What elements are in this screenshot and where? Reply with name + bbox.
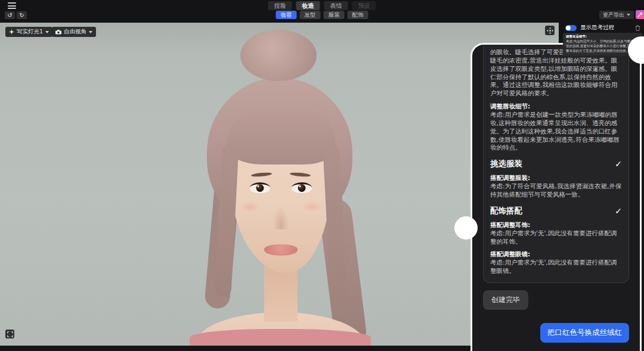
main-tab[interactable]: 预设: [352, 1, 376, 10]
thinking-heading: 搭配调整眼镜:: [490, 250, 622, 259]
move-glyph: [547, 27, 553, 34]
avatar-blush-right: [302, 201, 322, 212]
asset-export-button[interactable]: 资产导出: [599, 11, 634, 19]
redo-button[interactable]: ↻: [17, 11, 27, 19]
thinking-step-label: 配饰搭配: [490, 206, 522, 216]
thinking-step: 配饰搭配✓: [490, 206, 622, 216]
chevron-down-icon: [89, 31, 92, 33]
app-window: 捏脸妆造表情预设 ↺ ↻ 妆容发型服装配饰 资产导出: [0, 0, 644, 351]
avatar-clothing: [190, 329, 371, 346]
main-tab[interactable]: 捏脸: [268, 1, 292, 10]
thinking-content: 的眼妆。睫毛选择了可爱芭比类型,以增加上下睫毛的浓密度,营造出洋娃娃般的可爱效果…: [483, 45, 629, 283]
sub-tabs: 妆容发型服装配饰: [276, 11, 369, 19]
light-icon: [9, 29, 14, 35]
assistant-chat-drawer[interactable]: 的眼妆。睫毛选择了可爱芭比类型,以增加上下睫毛的浓密度,营造出洋娃娃般的可爱效果…: [470, 43, 642, 351]
trash-glyph: [635, 25, 640, 31]
chat-messages: 创建完毕 把口红色号换成丝绒红 正在根据需求修改数字人: 调整唇妆细节: [480, 283, 632, 351]
thinking-heading: 搭配调整服装:: [490, 174, 622, 182]
thinking-paragraph: 考虑:用户需求为'无',因此没有需要进行搭配调整的耳饰。: [490, 229, 622, 246]
lighting-selector-label: 写实灯光1: [17, 28, 43, 36]
drawer-resize-handle-left[interactable]: [454, 216, 478, 240]
sub-tab[interactable]: 服装: [324, 11, 345, 19]
avatar-lips: [264, 244, 298, 256]
trash-icon[interactable]: [635, 25, 640, 31]
show-thinking-toggle[interactable]: [565, 25, 577, 31]
avatar-bangs: [226, 110, 336, 164]
thinking-paragraph: 考虑:为了符合可爱风格,我选择贤淑连衣裙,并保持其他搭配细节与可爱风格一致。: [490, 182, 622, 199]
sub-tab[interactable]: 妆容: [276, 11, 297, 19]
avatar-eye-left: [250, 182, 270, 193]
camera-view-selector-label: 自由视角: [64, 28, 86, 36]
thinking-step: 挑选服装✓: [490, 159, 622, 169]
main-tabs: 捏脸妆造表情预设: [268, 1, 376, 10]
main-tab[interactable]: 表情: [324, 1, 348, 10]
avatar-iris-right: [298, 184, 306, 192]
check-icon: ✓: [615, 159, 622, 169]
undo-button[interactable]: ↺: [5, 11, 15, 19]
thinking-heading: 搭配调整耳饰:: [490, 221, 622, 229]
check-icon: ✓: [615, 206, 622, 216]
camera-view-selector[interactable]: 自由视角: [52, 27, 96, 37]
user-message: 把口红色号换成丝绒红: [540, 323, 629, 343]
chevron-down-icon: [45, 31, 49, 33]
thinking-step-label: 挑选服装: [490, 159, 522, 169]
thinking-paragraph: 考虑:用户需求是创建一款类型为果冻嘟嘟的唇妆,这种唇妆的效果通常呈现出水润、透亮…: [490, 111, 622, 152]
viewport-pan-icon[interactable]: [545, 26, 555, 35]
fullscreen-glyph: [7, 331, 13, 337]
sub-tab[interactable]: 配饰: [348, 11, 369, 19]
brand-glyph: [637, 13, 642, 17]
history-controls: ↺ ↻: [5, 11, 27, 19]
menu-icon[interactable]: [8, 2, 16, 9]
chevron-down-icon: [627, 14, 630, 16]
assistant-message: 创建完毕: [483, 290, 528, 310]
camera-icon: [55, 30, 61, 35]
thinking-heading: 调整唇妆细节:: [490, 102, 622, 111]
avatar-nose: [273, 204, 289, 229]
avatar-hair-bun: [240, 30, 317, 81]
avatar-blush-left: [240, 201, 260, 212]
show-thinking-label: 显示思考过程: [580, 24, 614, 32]
fullscreen-icon[interactable]: [5, 330, 14, 338]
app-brand-icon[interactable]: [636, 10, 644, 19]
avatar-eye-right: [292, 182, 312, 193]
avatar-iris-left: [256, 184, 264, 192]
tooltip-title: 调整耳朵细节:: [566, 35, 640, 39]
sub-tab[interactable]: 发型: [300, 11, 321, 19]
lighting-selector[interactable]: 写实灯光1: [5, 27, 52, 37]
main-tab[interactable]: 妆造: [296, 1, 320, 10]
thinking-paragraph: 考虑:用户需求为'无',因此没有需要进行搭配调整眼镜。: [490, 259, 622, 275]
asset-export-label: 资产导出: [603, 11, 624, 19]
thinking-toggle-row: 显示思考过程: [565, 24, 640, 32]
